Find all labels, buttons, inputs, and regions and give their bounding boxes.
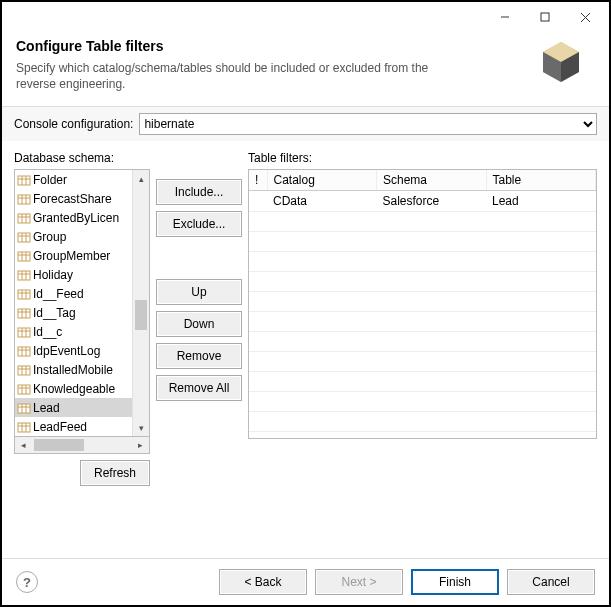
tree-item[interactable]: Holiday [15, 265, 132, 284]
schema-label: Database schema: [14, 151, 150, 165]
tree-item[interactable]: LeadFeed [15, 417, 132, 436]
scroll-down-icon[interactable]: ▾ [133, 419, 149, 436]
svg-rect-1 [541, 13, 549, 21]
tree-item-label: Knowledgeable [33, 382, 115, 396]
svg-rect-24 [18, 252, 30, 261]
schema-scrollbar-vertical[interactable]: ▴ ▾ [132, 170, 149, 436]
scroll-thumb[interactable] [135, 300, 147, 330]
console-config-select[interactable]: hibernate [139, 113, 597, 135]
svg-rect-44 [18, 347, 30, 356]
tree-item[interactable]: Id__c [15, 322, 132, 341]
table-icon [17, 383, 31, 395]
table-row-empty [249, 292, 596, 312]
table-row-empty [249, 412, 596, 432]
col-catalog[interactable]: Catalog [267, 170, 377, 191]
tree-item[interactable]: IdpEventLog [15, 341, 132, 360]
tree-item[interactable]: ForecastShare [15, 189, 132, 208]
console-config-row: Console configuration: hibernate [2, 107, 609, 141]
finish-button[interactable]: Finish [411, 569, 499, 595]
titlebar [2, 2, 609, 32]
remove-all-button[interactable]: Remove All [156, 375, 242, 401]
svg-rect-48 [18, 366, 30, 375]
svg-rect-8 [18, 176, 30, 185]
close-button[interactable] [565, 4, 605, 30]
table-icon [17, 212, 31, 224]
cell-table: Lead [486, 191, 596, 212]
tree-item-label: GroupMember [33, 249, 110, 263]
tree-item[interactable]: GrantedByLicen [15, 208, 132, 227]
dialog-title: Configure Table filters [16, 38, 595, 54]
tree-item-label: ForecastShare [33, 192, 112, 206]
col-table[interactable]: Table [486, 170, 596, 191]
dialog-header: Configure Table filters Specify which ca… [2, 32, 609, 102]
minimize-button[interactable] [485, 4, 525, 30]
cell-catalog: CData [267, 191, 377, 212]
include-button[interactable]: Include... [156, 179, 242, 205]
table-row-empty [249, 372, 596, 392]
tree-item-label: GrantedByLicen [33, 211, 119, 225]
table-icon [17, 345, 31, 357]
svg-rect-12 [18, 195, 30, 204]
table-row-empty [249, 252, 596, 272]
help-icon[interactable]: ? [16, 571, 38, 593]
table-header-row: ! Catalog Schema Table [249, 170, 596, 191]
remove-button[interactable]: Remove [156, 343, 242, 369]
svg-rect-16 [18, 214, 30, 223]
next-button[interactable]: Next > [315, 569, 403, 595]
cell-schema: Salesforce [377, 191, 487, 212]
svg-rect-32 [18, 290, 30, 299]
table-icon [17, 307, 31, 319]
scroll-up-icon[interactable]: ▴ [133, 170, 149, 187]
dialog-description: Specify which catalog/schema/tables shou… [16, 60, 456, 92]
tree-item[interactable]: Folder [15, 170, 132, 189]
tree-item-label: IdpEventLog [33, 344, 100, 358]
table-icon [17, 174, 31, 186]
scroll-left-icon[interactable]: ◂ [15, 440, 32, 450]
table-icon [17, 250, 31, 262]
tree-item[interactable]: Group [15, 227, 132, 246]
tree-item-label: Id__Feed [33, 287, 84, 301]
down-button[interactable]: Down [156, 311, 242, 337]
filters-table[interactable]: ! Catalog Schema Table CDataSalesforceLe… [248, 169, 597, 439]
svg-rect-60 [18, 423, 30, 432]
tree-item[interactable]: GroupMember [15, 246, 132, 265]
cancel-button[interactable]: Cancel [507, 569, 595, 595]
tree-item-label: LeadFeed [33, 420, 87, 434]
tree-item[interactable]: Id__Feed [15, 284, 132, 303]
table-icon [17, 421, 31, 433]
scroll-thumb-h[interactable] [34, 439, 84, 451]
schema-tree[interactable]: FolderForecastShareGrantedByLicenGroupGr… [14, 169, 150, 437]
svg-rect-40 [18, 328, 30, 337]
refresh-button[interactable]: Refresh [80, 460, 150, 486]
svg-rect-52 [18, 385, 30, 394]
tree-item[interactable]: Knowledgeable [15, 379, 132, 398]
table-row-empty [249, 392, 596, 412]
table-icon [17, 193, 31, 205]
scroll-right-icon[interactable]: ▸ [132, 440, 149, 450]
up-button[interactable]: Up [156, 279, 242, 305]
tree-item-label: Folder [33, 173, 67, 187]
col-bang[interactable]: ! [249, 170, 267, 191]
tree-item-label: Lead [33, 401, 60, 415]
table-icon [17, 269, 31, 281]
maximize-button[interactable] [525, 4, 565, 30]
table-row-empty [249, 332, 596, 352]
schema-scrollbar-horizontal[interactable]: ◂ ▸ [14, 437, 150, 454]
back-button[interactable]: < Back [219, 569, 307, 595]
col-schema[interactable]: Schema [377, 170, 487, 191]
svg-rect-56 [18, 404, 30, 413]
svg-rect-20 [18, 233, 30, 242]
tree-item[interactable]: InstalledMobile [15, 360, 132, 379]
table-icon [17, 288, 31, 300]
table-row-empty [249, 352, 596, 372]
tree-item-label: Id__c [33, 325, 62, 339]
table-row[interactable]: CDataSalesforceLead [249, 191, 596, 212]
hibernate-logo-icon [533, 36, 589, 95]
tree-item[interactable]: Id__Tag [15, 303, 132, 322]
table-row-empty [249, 232, 596, 252]
tree-item[interactable]: Lead [15, 398, 132, 417]
svg-rect-36 [18, 309, 30, 318]
dialog-footer: ? < Back Next > Finish Cancel [2, 558, 609, 605]
tree-item-label: InstalledMobile [33, 363, 113, 377]
exclude-button[interactable]: Exclude... [156, 211, 242, 237]
